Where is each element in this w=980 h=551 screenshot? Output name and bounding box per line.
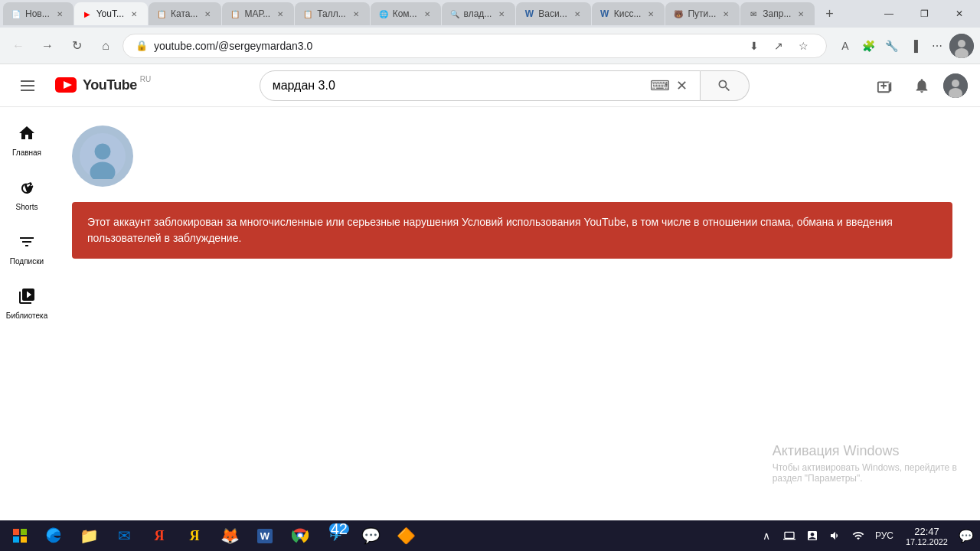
youtube-logo[interactable]: YouTube RU [55, 73, 151, 98]
tab-3-close[interactable]: ✕ [201, 8, 214, 20]
tab-5[interactable]: 📋 Талл... ✕ [295, 2, 369, 25]
browser-menu-icon[interactable]: ⋯ [926, 35, 948, 57]
tab-11-favicon: ✉ [748, 8, 759, 19]
address-icons: ⬇ ↗ ☆ [743, 35, 814, 57]
clock-time: 22:47 [914, 526, 939, 537]
home-icon [18, 124, 36, 145]
tab-8[interactable]: W Васи... ✕ [516, 2, 590, 25]
browser-profile-avatar[interactable] [949, 34, 974, 58]
taskbar-chrome-icon[interactable] [283, 520, 317, 551]
svg-point-6 [952, 80, 959, 87]
tab-11-close[interactable]: ✕ [795, 8, 807, 20]
taskbar-yandex2-icon[interactable]: Я [178, 520, 211, 551]
activation-title: Активация Windows [773, 443, 957, 459]
taskbar-telegram-icon[interactable]: ✈ 42 [318, 520, 352, 551]
sidebar-item-shorts[interactable]: Shorts [0, 168, 54, 219]
taskbar-network-icon[interactable] [848, 520, 869, 551]
header-right-buttons [870, 70, 968, 101]
forward-button[interactable]: → [35, 34, 60, 58]
ban-message: Этот аккаунт заблокирован за многочислен… [72, 202, 952, 259]
search-input[interactable] [273, 79, 650, 93]
sidebar-home-label: Главная [12, 148, 41, 157]
taskbar-right: ∧ РУС 22:47 [756, 520, 977, 551]
search-box[interactable]: ⌨ ✕ [260, 70, 701, 101]
hamburger-menu-button[interactable] [12, 70, 43, 101]
tab-7-close[interactable]: ✕ [495, 8, 508, 20]
start-button[interactable] [3, 520, 37, 551]
close-button[interactable]: ✕ [942, 0, 977, 28]
tab-5-close[interactable]: ✕ [350, 8, 362, 20]
tab-7[interactable]: 🔍 влад... ✕ [442, 2, 516, 25]
create-video-button[interactable] [870, 70, 900, 101]
taskbar-whatsapp-icon[interactable]: 💬 [354, 520, 387, 551]
tab-11[interactable]: ✉ Запр... ✕ [740, 2, 815, 25]
taskbar-chat-notification-icon[interactable]: 💬 [956, 520, 977, 551]
svg-rect-13 [13, 536, 19, 543]
address-input[interactable]: 🔒 youtube.com/@sergeymardan3.0 ⬇ ↗ ☆ [122, 34, 827, 58]
tab-3[interactable]: 📋 Ката... ✕ [149, 2, 221, 25]
keyboard-icon[interactable]: ⌨ [650, 77, 670, 94]
new-tab-button[interactable]: + [818, 3, 840, 24]
notifications-button[interactable] [906, 70, 937, 101]
tab-2-close[interactable]: ✕ [128, 8, 140, 20]
svg-point-9 [95, 144, 111, 160]
taskbar-vlc-icon[interactable]: 🔶 [389, 520, 423, 551]
tab-2-favicon: ▶ [82, 8, 93, 19]
share-icon[interactable]: ↗ [768, 35, 789, 57]
search-button[interactable] [701, 70, 750, 101]
bookmark-icon[interactable]: ☆ [792, 35, 814, 57]
taskbar-language-indicator[interactable]: РУС [871, 520, 898, 551]
taskbar-notifications-icon[interactable] [802, 520, 823, 551]
taskbar-edge-icon[interactable] [37, 520, 70, 551]
address-bar: ← → ↻ ⌂ 🔒 youtube.com/@sergeymardan3.0 ⬇… [0, 28, 980, 64]
taskbar: 📁 ✉ Я Я 🦊 W [0, 520, 980, 551]
search-clear-button[interactable]: ✕ [676, 77, 688, 94]
minimize-button[interactable]: — [871, 0, 906, 28]
channel-profile [72, 126, 962, 187]
translate-icon[interactable]: A [835, 35, 856, 57]
library-icon [18, 287, 36, 308]
tab-9[interactable]: W Кисс... ✕ [592, 2, 665, 25]
download-icon[interactable]: ⬇ [743, 35, 765, 57]
sidebar-subscriptions-label: Подписки [10, 257, 44, 266]
refresh-button[interactable]: ↻ [64, 34, 89, 58]
taskbar-clock[interactable]: 22:47 17.12.2022 [900, 526, 954, 546]
taskbar-device-icon[interactable] [779, 520, 800, 551]
tab-8-close[interactable]: ✕ [571, 8, 583, 20]
tab-7-title: влад... [464, 8, 492, 19]
taskbar-volume-icon[interactable] [825, 520, 846, 551]
extension-icon-1[interactable]: 🧩 [858, 35, 879, 57]
taskbar-word-icon[interactable]: W [248, 520, 282, 551]
tab-4[interactable]: 📋 МАР... ✕ [222, 2, 294, 25]
tab-1-title: Нов... [25, 8, 50, 19]
system-tray-expand-icon[interactable]: ∧ [756, 520, 777, 551]
sidebar-item-subscriptions[interactable]: Подписки [0, 222, 54, 273]
maximize-button[interactable]: ❐ [906, 0, 942, 28]
tab-2[interactable]: ▶ YouT... ✕ [74, 2, 148, 25]
tab-1[interactable]: 📄 Нов... ✕ [3, 2, 74, 25]
channel-avatar [72, 126, 133, 187]
taskbar-explorer-icon[interactable]: 📁 [72, 520, 106, 551]
tab-10-title: Пути... [688, 8, 716, 19]
back-button[interactable]: ← [6, 34, 31, 58]
tab-9-close[interactable]: ✕ [645, 8, 657, 20]
sidebar-toggle-icon[interactable]: ▐ [903, 35, 925, 57]
tab-10[interactable]: 🐻 Пути... ✕ [665, 2, 740, 25]
taskbar-yandex-icon[interactable]: Я [142, 520, 176, 551]
tab-4-close[interactable]: ✕ [274, 8, 286, 20]
extensions-icon[interactable]: 🔧 [880, 35, 902, 57]
user-avatar[interactable] [943, 73, 968, 98]
home-button[interactable]: ⌂ [93, 34, 118, 58]
taskbar-mail-icon[interactable]: ✉ [107, 520, 141, 551]
tab-6[interactable]: 🌐 Ком... ✕ [371, 2, 441, 25]
taskbar-firefox-icon[interactable]: 🦊 [213, 520, 247, 551]
tab-3-title: Ката... [171, 8, 198, 19]
tab-4-favicon: 📋 [230, 8, 240, 19]
tab-10-close[interactable]: ✕ [720, 8, 732, 20]
svg-rect-12 [21, 529, 27, 535]
tab-11-title: Запр... [763, 8, 791, 19]
tab-1-close[interactable]: ✕ [54, 8, 66, 20]
sidebar-item-home[interactable]: Главная [0, 113, 54, 165]
sidebar-item-library[interactable]: Библиотека [0, 276, 54, 328]
tab-6-close[interactable]: ✕ [421, 8, 433, 20]
